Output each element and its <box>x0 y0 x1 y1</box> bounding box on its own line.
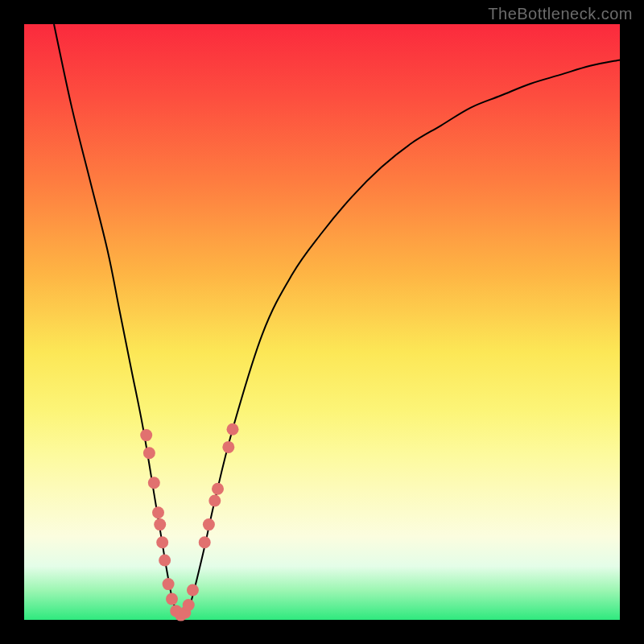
watermark-text: TheBottleneck.com <box>488 5 633 23</box>
data-marker <box>166 593 178 605</box>
marker-cluster <box>140 423 238 621</box>
data-marker <box>187 584 199 597</box>
chart-plot-area <box>24 24 620 620</box>
data-marker <box>163 578 175 590</box>
data-marker <box>143 447 155 459</box>
data-marker <box>227 423 239 436</box>
data-marker <box>208 495 221 507</box>
data-marker <box>212 483 224 495</box>
bottleneck-curve <box>54 24 620 616</box>
data-marker <box>159 555 171 567</box>
chart-svg <box>24 24 620 620</box>
data-marker <box>183 599 195 611</box>
data-marker <box>154 518 166 530</box>
data-marker <box>156 536 168 548</box>
data-marker <box>203 518 215 530</box>
data-marker <box>222 441 234 453</box>
data-marker <box>148 477 160 489</box>
data-marker <box>140 429 152 441</box>
data-marker <box>152 506 164 518</box>
data-marker <box>199 536 211 548</box>
